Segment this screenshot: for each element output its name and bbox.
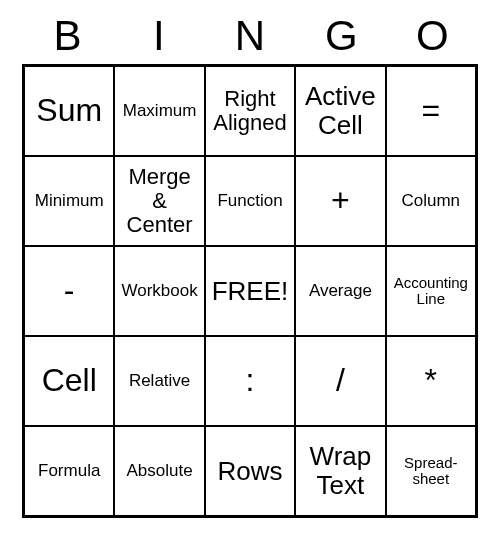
bingo-cell[interactable]: Average xyxy=(295,246,385,336)
bingo-cell[interactable]: = xyxy=(386,66,476,156)
bingo-cell[interactable]: Relative xyxy=(114,336,204,426)
bingo-cell[interactable]: Maximum xyxy=(114,66,204,156)
bingo-cell[interactable]: Minimum xyxy=(24,156,114,246)
bingo-cell[interactable]: * xyxy=(386,336,476,426)
bingo-cell[interactable]: Formula xyxy=(24,426,114,516)
header-letter-n: N xyxy=(204,8,295,64)
header-letter-o: O xyxy=(387,8,478,64)
bingo-cell[interactable]: Function xyxy=(205,156,295,246)
header-letter-i: I xyxy=(113,8,204,64)
bingo-header-row: B I N G O xyxy=(22,8,478,64)
bingo-cell-free[interactable]: FREE! xyxy=(205,246,295,336)
bingo-cell[interactable]: : xyxy=(205,336,295,426)
header-letter-g: G xyxy=(296,8,387,64)
bingo-cell[interactable]: Absolute xyxy=(114,426,204,516)
header-letter-b: B xyxy=(22,8,113,64)
bingo-cell[interactable]: + xyxy=(295,156,385,246)
bingo-grid: Sum Maximum Right Aligned Active Cell = … xyxy=(22,64,478,518)
bingo-cell[interactable]: Cell xyxy=(24,336,114,426)
bingo-cell[interactable]: Right Aligned xyxy=(205,66,295,156)
bingo-cell[interactable]: Active Cell xyxy=(295,66,385,156)
bingo-card: B I N G O Sum Maximum Right Aligned Acti… xyxy=(22,8,478,518)
bingo-cell[interactable]: - xyxy=(24,246,114,336)
bingo-cell[interactable]: Wrap Text xyxy=(295,426,385,516)
bingo-cell[interactable]: Workbook xyxy=(114,246,204,336)
bingo-cell[interactable]: / xyxy=(295,336,385,426)
bingo-cell[interactable]: Spread-sheet xyxy=(386,426,476,516)
bingo-cell[interactable]: Rows xyxy=(205,426,295,516)
bingo-cell[interactable]: Column xyxy=(386,156,476,246)
bingo-cell[interactable]: Accounting Line xyxy=(386,246,476,336)
bingo-cell[interactable]: Merge & Center xyxy=(114,156,204,246)
bingo-cell[interactable]: Sum xyxy=(24,66,114,156)
